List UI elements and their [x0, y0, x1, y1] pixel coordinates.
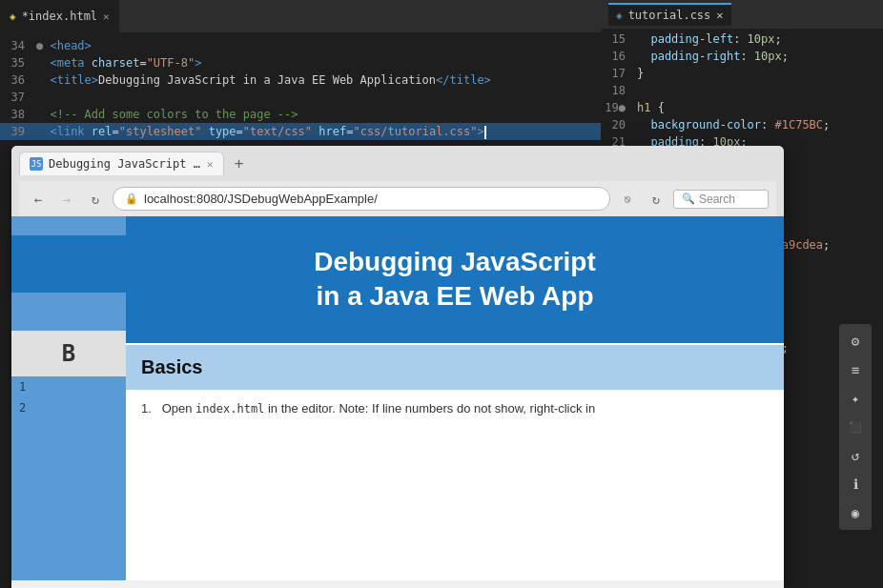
browser-refresh-button[interactable]: ↻ — [84, 188, 107, 211]
code-editor-content[interactable]: 34 ● <head> 35 <meta charset="UTF-8"> 36… — [0, 33, 601, 144]
css-line-20: 20 background-color: #1C75BC; — [601, 116, 883, 133]
code-line-37: 37 — [0, 89, 601, 106]
css-line-18: 18 — [601, 82, 883, 99]
hero-title: Debugging JavaScript in a Java EE Web Ap… — [145, 245, 765, 314]
content-text: 1. Open index.html in the editor. Note: … — [126, 390, 784, 427]
browser-tab-bar: JS Debugging JavaScript in a Java... ✕ + — [19, 152, 776, 175]
browser-tab-active[interactable]: JS Debugging JavaScript in a Java... ✕ — [19, 152, 224, 175]
browser-tab-label: Debugging JavaScript in a Java... — [49, 157, 201, 171]
editor-tab-label: *index.html — [22, 10, 97, 23]
browser-main-content: Debugging JavaScript in a Java EE Web Ap… — [126, 216, 784, 580]
toolbar-menu-button[interactable]: ≡ — [842, 356, 869, 383]
browser-chrome: JS Debugging JavaScript in a Java... ✕ +… — [11, 146, 784, 216]
browser-nav-bar: ← → ↻ 🔒 localhost:8080/JSDebugWebAppExam… — [19, 181, 776, 216]
new-tab-button[interactable]: + — [228, 152, 251, 175]
sidebar-num-2: 2 — [11, 397, 126, 418]
search-placeholder: Search — [699, 193, 735, 206]
css-line-16: 16 padding-right: 10px; — [601, 48, 883, 65]
browser-reload-button[interactable]: ↻ — [645, 188, 667, 211]
url-bar[interactable]: 🔒 localhost:8080/JSDebugWebAppExample/ — [113, 187, 610, 211]
url-lock-icon: 🔒 — [125, 193, 138, 205]
toolbar-magic-button[interactable]: ✦ — [842, 385, 869, 412]
code-line-34: 34 ● <head> — [0, 37, 601, 54]
html-file-icon: ◈ — [10, 10, 16, 23]
basics-section: Basics — [126, 345, 784, 390]
sidebar-basics-label: B — [11, 331, 126, 376]
toolbar-view-button[interactable]: ◉ — [842, 499, 869, 526]
css-tab-close[interactable]: ✕ — [716, 9, 723, 22]
url-text: localhost:8080/JSDebugWebAppExample/ — [144, 192, 378, 206]
browser-share-button[interactable]: ⎋ — [616, 188, 639, 211]
editor-tab-close[interactable]: ✕ — [103, 10, 110, 23]
sidebar-num-1: 1 — [11, 376, 126, 397]
css-file-icon: ◈ — [616, 10, 623, 22]
sidebar-blue-block — [11, 235, 126, 293]
code-line-36: 36 <title>Debugging JavaScript in a Java… — [0, 71, 601, 89]
code-line-39: 39 <link rel="stylesheet" type="text/css… — [0, 123, 601, 140]
editor-tab-bar: ◈ *index.html ✕ — [0, 0, 601, 33]
css-line-19: 19● h1 { — [601, 99, 883, 116]
browser-favicon: JS — [30, 157, 43, 171]
css-tab-bar: ◈ tutorial.css ✕ — [601, 0, 883, 29]
toolbar-screen-button[interactable]: ⬛ — [842, 414, 869, 440]
css-line-17: 17 } — [601, 65, 883, 82]
browser-window: JS Debugging JavaScript in a Java... ✕ +… — [11, 146, 784, 588]
editor-tab-index-html[interactable]: ◈ *index.html ✕ — [0, 0, 120, 33]
toolbar-refresh-button[interactable]: ↺ — [842, 442, 869, 469]
hero-section: Debugging JavaScript in a Java EE Web Ap… — [126, 216, 784, 343]
css-line-15: 15 padding-left: 10px; — [601, 30, 883, 48]
browser-content: B 1 2 Debugging JavaScript in a Java EE … — [11, 216, 784, 580]
browser-tab-close[interactable]: ✕ — [207, 158, 214, 171]
css-tab-label: tutorial.css — [628, 9, 711, 22]
toolbar-settings-button[interactable]: ⚙ — [842, 328, 869, 355]
browser-right-toolbar: ⚙ ≡ ✦ ⬛ ↺ ℹ ◉ — [839, 324, 872, 530]
search-icon: 🔍 — [682, 193, 695, 205]
toolbar-info-button[interactable]: ℹ — [842, 471, 869, 497]
browser-back-button[interactable]: ← — [27, 188, 50, 211]
browser-sidebar: B 1 2 — [11, 216, 126, 580]
code-line-38: 38 <!-- Add some colors to the page --> — [0, 106, 601, 123]
browser-forward-button[interactable]: → — [55, 188, 78, 211]
code-line-35: 35 <meta charset="UTF-8"> — [0, 54, 601, 71]
css-tab-tutorial[interactable]: ◈ tutorial.css ✕ — [608, 3, 731, 26]
basics-title: Basics — [141, 356, 769, 378]
